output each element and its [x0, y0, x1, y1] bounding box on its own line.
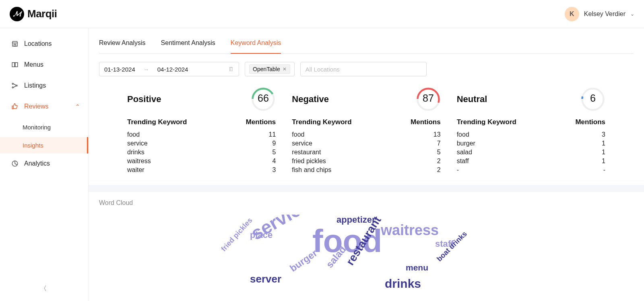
svg-point-4: [16, 85, 17, 86]
chevron-up-icon: ⌃: [75, 103, 80, 110]
arrow-right-icon: →: [143, 66, 149, 73]
positive-title: Positive: [127, 94, 161, 104]
sidebar-subitem-label: Insights: [23, 142, 43, 149]
thumbs-up-icon: [11, 103, 19, 110]
sidebar-item-label: Listings: [24, 82, 46, 89]
keyword-row: fried pickles2: [292, 157, 440, 166]
keyword-row: service9: [127, 139, 276, 148]
keyword-row: service7: [292, 139, 440, 148]
filter-bar: 01-13-2024 → 04-12-2024 🗓 OpenTable ✕ Al…: [99, 62, 634, 76]
brand-name: Marqii: [27, 8, 57, 20]
date-to-value: 04-12-2024: [157, 66, 188, 73]
negative-column: Negative 87 Trending Keyword Mentions fo…: [292, 87, 440, 174]
analysis-card: Review Analysis Sentiment Analysis Keywo…: [89, 28, 644, 185]
keyword-row: salad1: [457, 148, 605, 157]
wordcloud: appetizer place waitress service food st…: [99, 215, 634, 291]
tab-label: Sentiment Analysis: [161, 39, 215, 46]
wordcloud-title: Word Cloud: [99, 199, 634, 207]
brand-mark-icon: 𝓜: [10, 7, 24, 21]
column-header-mentions: Mentions: [575, 118, 605, 126]
column-header-mentions: Mentions: [411, 118, 441, 126]
storefront-icon: [11, 40, 19, 47]
keyword-row: food3: [457, 130, 605, 139]
brand-logo[interactable]: 𝓜 Marqii: [10, 7, 57, 21]
positive-column: Positive 66 Trending Keyword Mentions fo…: [127, 87, 276, 174]
keyword-row: waiter3: [127, 166, 276, 174]
chevron-down-icon: ⌄: [630, 11, 634, 17]
sidebar-item-label: Analytics: [24, 160, 50, 167]
sidebar-item-analytics[interactable]: Analytics: [0, 155, 88, 172]
neutral-donut-chart: 6: [580, 87, 605, 112]
neutral-count: 6: [590, 92, 596, 104]
main-content: Review Analysis Sentiment Analysis Keywo…: [89, 28, 644, 301]
neutral-title: Neutral: [457, 94, 487, 104]
column-header-keyword: Trending Keyword: [292, 118, 351, 126]
column-header-keyword: Trending Keyword: [457, 118, 516, 126]
tab-review-analysis[interactable]: Review Analysis: [99, 38, 146, 53]
tab-sentiment-analysis[interactable]: Sentiment Analysis: [161, 38, 215, 53]
tab-keyword-analysis[interactable]: Keyword Analysis: [231, 38, 281, 54]
keyword-row: restaurant5: [292, 148, 440, 157]
source-tag: OpenTable ✕: [249, 64, 290, 74]
book-icon: [11, 61, 19, 68]
cloud-word: menu: [406, 263, 428, 272]
keyword-row: drinks5: [127, 148, 276, 157]
sidebar-item-label: Locations: [24, 40, 52, 47]
keyword-row: --: [457, 166, 605, 174]
svg-point-3: [12, 87, 13, 88]
negative-count: 87: [423, 92, 434, 104]
keyword-row: burger1: [457, 139, 605, 148]
cloud-word: waitress: [381, 222, 439, 239]
sidebar-subitem-monitoring[interactable]: Monitoring: [0, 119, 88, 135]
cloud-word: drinks: [385, 277, 421, 291]
analysis-tabs: Review Analysis Sentiment Analysis Keywo…: [99, 35, 634, 54]
keyword-row: staff1: [457, 157, 605, 166]
user-menu[interactable]: K Kelsey Verdier ⌄: [565, 7, 634, 21]
sidebar-item-menus[interactable]: Menus: [0, 56, 88, 73]
date-from-value: 01-13-2024: [104, 66, 135, 73]
keyword-row: food13: [292, 130, 440, 139]
chevron-left-icon: 〈: [40, 285, 47, 292]
sidebar-subitem-label: Monitoring: [23, 124, 51, 131]
cloud-word: burger: [288, 247, 319, 274]
svg-point-2: [12, 83, 13, 84]
keyword-row: food11: [127, 130, 276, 139]
svg-rect-0: [12, 43, 17, 46]
source-tag-label: OpenTable: [253, 66, 280, 72]
positive-count: 66: [258, 92, 269, 104]
source-filter[interactable]: OpenTable ✕: [245, 62, 295, 76]
tab-label: Review Analysis: [99, 39, 146, 46]
neutral-column: Neutral 6 Trending Keyword Mentions food…: [457, 87, 605, 174]
column-header-keyword: Trending Keyword: [127, 118, 187, 126]
pie-chart-icon: [11, 160, 19, 167]
negative-title: Negative: [292, 94, 329, 104]
sidebar-item-locations[interactable]: Locations: [0, 35, 88, 52]
calendar-icon: 🗓: [228, 66, 234, 72]
app-header: 𝓜 Marqii K Kelsey Verdier ⌄: [0, 0, 644, 28]
user-name-label: Kelsey Verdier: [584, 10, 625, 18]
sidebar-subitem-insights[interactable]: Insights: [0, 137, 88, 154]
keyword-row: waitress4: [127, 157, 276, 166]
cloud-word: fried pickles: [219, 216, 254, 253]
tab-label: Keyword Analysis: [231, 39, 281, 46]
positive-donut-chart: 66: [251, 87, 276, 112]
sidebar-item-label: Reviews: [24, 103, 48, 110]
sidebar-item-label: Menus: [24, 61, 43, 68]
network-icon: [11, 82, 19, 89]
keyword-row: fish and chips2: [292, 166, 440, 174]
collapse-sidebar-button[interactable]: 〈: [40, 285, 47, 293]
sentiment-grid: Positive 66 Trending Keyword Mentions fo…: [99, 80, 634, 174]
remove-tag-button[interactable]: ✕: [283, 66, 287, 72]
cloud-word: server: [250, 273, 281, 285]
column-header-mentions: Mentions: [246, 118, 276, 126]
wordcloud-card: Word Cloud appetizer place waitress serv…: [89, 192, 644, 301]
sidebar-item-listings[interactable]: Listings: [0, 77, 88, 94]
cloud-word: service: [247, 215, 313, 244]
negative-donut-chart: 87: [416, 87, 441, 112]
location-placeholder: All Locations: [305, 66, 340, 73]
location-filter[interactable]: All Locations: [300, 62, 427, 76]
sidebar: Locations Menus Listings Reviews ⌃ Monit…: [0, 28, 89, 301]
sidebar-item-reviews[interactable]: Reviews ⌃: [0, 98, 88, 115]
svg-rect-1: [14, 44, 16, 46]
date-range-picker[interactable]: 01-13-2024 → 04-12-2024 🗓: [99, 62, 239, 76]
